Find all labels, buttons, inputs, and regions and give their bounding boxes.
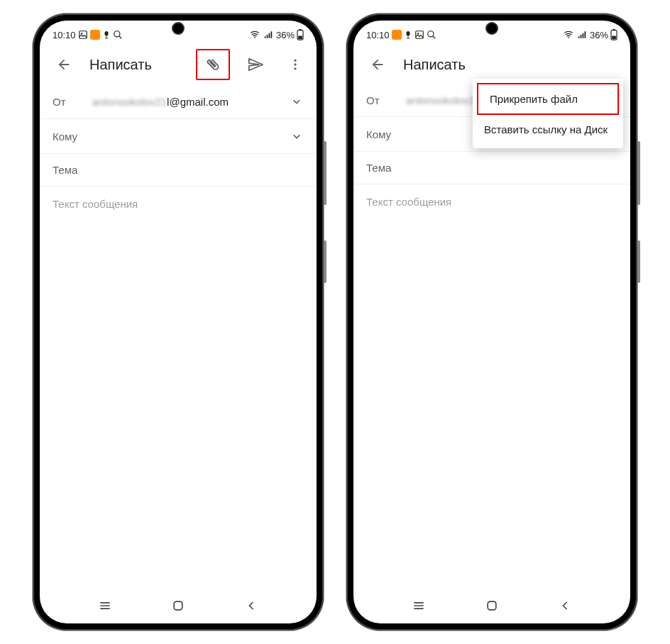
attach-button[interactable] bbox=[199, 50, 227, 79]
signal-icon bbox=[263, 30, 274, 40]
svg-rect-10 bbox=[174, 601, 182, 610]
from-field[interactable]: От antonsokolov21l@gmail.com bbox=[40, 84, 317, 119]
insert-drive-link-menu-item[interactable]: Вставить ссылку на Диск bbox=[473, 115, 623, 144]
svg-point-12 bbox=[417, 33, 419, 34]
screen: 10:10 36% bbox=[40, 21, 317, 623]
svg-rect-11 bbox=[415, 31, 423, 39]
svg-point-9 bbox=[294, 67, 296, 70]
android-nav-bar bbox=[40, 592, 317, 623]
svg-rect-0 bbox=[79, 31, 87, 39]
send-button[interactable] bbox=[241, 50, 270, 79]
body-field[interactable]: Текст сообщения bbox=[40, 187, 317, 592]
chevron-down-icon bbox=[290, 129, 304, 143]
svg-point-14 bbox=[568, 37, 569, 38]
svg-point-1 bbox=[81, 33, 82, 34]
svg-rect-5 bbox=[299, 29, 301, 30]
svg-point-3 bbox=[254, 37, 256, 38]
attach-highlight-box bbox=[196, 49, 230, 80]
wifi-icon bbox=[249, 30, 260, 40]
compose-title: Написать bbox=[89, 57, 185, 73]
battery-percent: 36% bbox=[590, 30, 608, 40]
signal-icon bbox=[576, 30, 588, 40]
battery-icon bbox=[297, 29, 304, 40]
svg-point-7 bbox=[294, 60, 296, 62]
status-time: 10:10 bbox=[53, 30, 76, 40]
misc-icon-1 bbox=[404, 30, 412, 40]
subject-field[interactable]: Тема bbox=[40, 154, 317, 187]
phone-mock-left: 10:10 36% bbox=[33, 13, 324, 631]
svg-point-2 bbox=[114, 31, 119, 37]
from-label: От bbox=[53, 96, 81, 108]
front-camera bbox=[485, 22, 498, 35]
recents-button[interactable] bbox=[98, 599, 112, 613]
to-label: Кому bbox=[53, 131, 81, 143]
back-button[interactable] bbox=[50, 50, 78, 79]
phone-mock-right: 10:10 36% bbox=[346, 13, 637, 631]
svg-point-13 bbox=[427, 31, 433, 37]
attach-file-menu-item[interactable]: Прикрепить файл bbox=[477, 83, 619, 115]
svg-rect-18 bbox=[488, 601, 496, 610]
from-label: От bbox=[366, 94, 395, 106]
android-nav-bar bbox=[353, 592, 630, 623]
from-value: antonsokolov21l@gmail.com bbox=[92, 96, 278, 108]
to-label: Кому bbox=[366, 128, 395, 140]
search-icon bbox=[113, 30, 123, 40]
gallery-icon bbox=[414, 30, 424, 40]
subject-label: Тема bbox=[366, 162, 395, 174]
screen: 10:10 36% bbox=[353, 21, 630, 623]
svg-point-8 bbox=[294, 63, 296, 65]
subject-label: Тема bbox=[53, 164, 81, 176]
recents-button[interactable] bbox=[412, 599, 426, 613]
battery-icon bbox=[610, 29, 617, 40]
svg-rect-17 bbox=[612, 36, 616, 39]
more-button[interactable] bbox=[281, 50, 309, 79]
wifi-icon bbox=[563, 30, 574, 40]
battery-percent: 36% bbox=[276, 30, 295, 40]
gallery-icon bbox=[78, 30, 88, 40]
svg-rect-16 bbox=[613, 29, 615, 30]
subject-field[interactable]: Тема bbox=[353, 152, 630, 184]
back-nav-button[interactable] bbox=[244, 599, 258, 613]
search-icon bbox=[427, 30, 436, 40]
back-nav-button[interactable] bbox=[558, 599, 572, 613]
misc-icon-1 bbox=[102, 30, 111, 40]
back-button[interactable] bbox=[363, 50, 392, 79]
attach-popup-menu: Прикрепить файл Вставить ссылку на Диск bbox=[473, 79, 623, 148]
app-notification-icon bbox=[90, 30, 100, 40]
svg-rect-6 bbox=[298, 36, 302, 39]
compose-app-bar: Написать bbox=[40, 45, 317, 84]
home-button[interactable] bbox=[485, 599, 499, 613]
app-notification-icon bbox=[392, 30, 402, 40]
to-field[interactable]: Кому bbox=[40, 119, 317, 154]
body-field[interactable]: Текст сообщения bbox=[353, 184, 630, 592]
front-camera bbox=[172, 22, 185, 35]
status-time: 10:10 bbox=[366, 30, 390, 40]
chevron-down-icon bbox=[290, 94, 304, 109]
compose-title: Написать bbox=[403, 57, 623, 73]
home-button[interactable] bbox=[171, 599, 185, 613]
